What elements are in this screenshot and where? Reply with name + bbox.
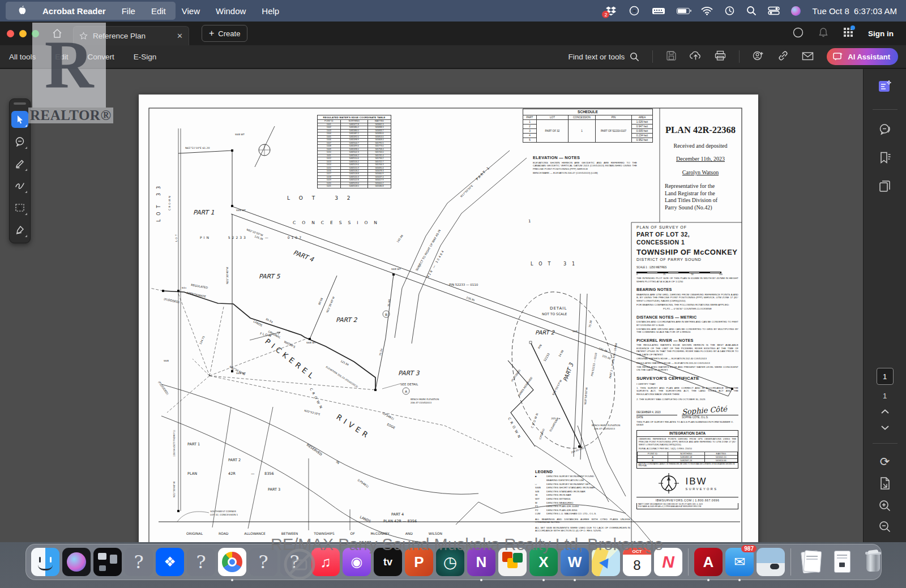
upload-cloud-icon[interactable] (690, 50, 702, 63)
time-machine-status-icon[interactable] (724, 6, 735, 16)
menu-edit[interactable]: Edit (144, 6, 173, 16)
email-icon[interactable] (802, 51, 814, 63)
integration-accuracy: RURAL ACCURACY PER SEC. 14(2), O.REG. 21… (637, 448, 738, 452)
comment-bubble-icon (15, 136, 25, 147)
menu-app-name[interactable]: Acrobat Reader (36, 6, 113, 16)
comment-tool-button[interactable] (11, 133, 28, 150)
share-link-icon[interactable] (777, 50, 789, 63)
aols-note: THIS PLAN OF SURVEY RELATES TO AOLS PLAN… (636, 420, 738, 427)
label-bench1-main: BENCH MARK ELEVATION (411, 398, 439, 401)
ai-assistant-button[interactable]: AI Assistant (827, 48, 898, 65)
menu-help[interactable]: Help (255, 6, 286, 16)
label-detail-bench1: BENCH MARK ELEVATION (592, 424, 620, 427)
dock-mission-control-icon[interactable] (93, 548, 122, 576)
integration-data-box: INTEGRATION DATA OBSERVED REFERENCE POIN… (636, 430, 738, 469)
zoom-out-button[interactable] (878, 520, 891, 535)
ai-chat-icon (833, 52, 843, 61)
dock-chrome-icon[interactable] (218, 548, 246, 576)
certificate-title: SURVEYOR'S CERTIFICATE (636, 376, 738, 381)
label-part5: PART 5 (259, 273, 281, 280)
bookmarks-panel-icon[interactable] (878, 151, 892, 167)
apple-menu-icon[interactable] (11, 5, 33, 17)
page-number-input[interactable]: 1 (877, 368, 894, 385)
dock-siri-icon[interactable] (62, 548, 91, 576)
legend: LEGEND ■DENOTES SURVEY MONUMENT FOUND BE… (535, 469, 634, 533)
wifi-icon[interactable] (701, 6, 713, 15)
ai-summary-icon[interactable] (878, 79, 892, 96)
esign-menu[interactable]: E-Sign (124, 53, 166, 61)
dock-trash-icon[interactable] (859, 548, 887, 576)
label-detail-1498: 14.98 (558, 350, 565, 358)
dock-mail-icon[interactable]: ✉ 987 (725, 548, 754, 576)
dock-photo-document-icon[interactable] (757, 548, 785, 576)
label-lp5461-b: (LP5461) (382, 411, 395, 420)
dock-finder-icon[interactable] (31, 548, 59, 576)
minimize-window-button[interactable] (19, 30, 27, 37)
label-pb-part1: PART 1 (187, 442, 200, 447)
dock-downloads-stack-1[interactable] (797, 548, 825, 576)
create-button[interactable]: + Create (202, 25, 247, 42)
pdf-page[interactable]: LOT 33 CROWN LOT LOT 32 CONCESSION LOT 3… (139, 95, 758, 542)
control-center-icon[interactable] (768, 6, 780, 16)
no-photo-watermark-icon (283, 548, 316, 581)
dropbox-status-icon[interactable]: 2 (605, 6, 617, 16)
label-d8058: 80.58 (318, 297, 323, 305)
legend-title: LEGEND (535, 469, 634, 474)
fit-page-button[interactable] (879, 477, 891, 492)
dock-unknown-app-2[interactable]: ? (187, 548, 215, 576)
label-pb-dash: — (251, 471, 255, 476)
dock-dropbox-icon[interactable]: ❖ (156, 548, 184, 576)
label-part2: PART 2 (336, 316, 358, 324)
search-icon[interactable] (630, 52, 639, 62)
select-tool-button[interactable] (11, 111, 28, 128)
label-detail-lp: (LP5461) (539, 428, 545, 440)
zoom-in-button[interactable] (878, 499, 891, 514)
keyboard-status-icon[interactable] (652, 6, 665, 16)
spotlight-icon[interactable] (746, 6, 757, 16)
menu-file[interactable]: File (115, 6, 142, 16)
draw-tool-button[interactable] (11, 177, 28, 194)
comments-panel-icon[interactable] (878, 123, 892, 139)
label-bench2-main: 206.47 CGVD2013 (411, 401, 432, 404)
dock-documents-stack-2[interactable] (828, 548, 856, 576)
menu-clock[interactable]: Tue Oct 8 6:37:03 AM (812, 6, 897, 16)
find-text-control[interactable]: Find text or tools (569, 52, 640, 62)
label-pb-plan8356: PLAN 42R — 8356 (383, 519, 417, 523)
menu-view[interactable]: View (175, 6, 207, 16)
freehand-draw-icon (15, 181, 25, 191)
label-detail-n1655: N16°55'07"W (552, 379, 562, 396)
mail-unread-badge: 987 (741, 545, 757, 552)
creative-cloud-icon[interactable]: ∞ (628, 6, 640, 16)
create-label: Create (218, 29, 240, 38)
panel-drag-handle[interactable] (14, 102, 26, 105)
dock-acrobat-icon[interactable]: A (694, 548, 723, 576)
label-ssibwt-4: SSIB WT (306, 341, 316, 344)
tab-close-icon[interactable]: ✕ (169, 32, 183, 40)
notifications-bell-icon[interactable] (818, 27, 828, 40)
document-area[interactable]: LOT 33 CROWN LOT LOT 32 CONCESSION LOT 3… (0, 69, 863, 542)
battery-icon[interactable] (677, 8, 690, 14)
print-icon[interactable] (715, 50, 726, 63)
rotate-page-button[interactable]: ⟳ (880, 455, 890, 469)
label-lot31: LOT 31 (531, 261, 580, 267)
dropbox-badge: 2 (602, 11, 609, 18)
label-edge: EDGE (387, 423, 396, 430)
save-icon[interactable] (666, 50, 677, 63)
label-detail-bench2: 206.47 CGVD2013 (594, 427, 616, 430)
text-box-tool-button[interactable]: A (11, 199, 28, 216)
bearing-note-1: BEARINGS ARE UTM GRID, DERIVED FROM OBSE… (636, 293, 738, 303)
previous-page-button[interactable] (881, 407, 890, 416)
next-page-button[interactable] (881, 424, 890, 432)
apps-grid-icon[interactable] (843, 27, 853, 40)
dock-unknown-app-1[interactable]: ? (125, 548, 153, 576)
siri-icon[interactable] (791, 6, 801, 16)
fill-sign-tool-button[interactable] (11, 221, 28, 238)
menu-window[interactable]: Window (209, 6, 253, 16)
help-icon[interactable]: ? (793, 27, 804, 40)
highlight-tool-button[interactable] (11, 155, 28, 172)
close-window-button[interactable] (7, 30, 14, 37)
add-user-icon[interactable] (753, 50, 764, 63)
sign-in-button[interactable]: Sign in (868, 29, 894, 38)
plan-number: PLAN 42R-22368 (660, 125, 741, 136)
pages-panel-icon[interactable] (878, 179, 892, 195)
